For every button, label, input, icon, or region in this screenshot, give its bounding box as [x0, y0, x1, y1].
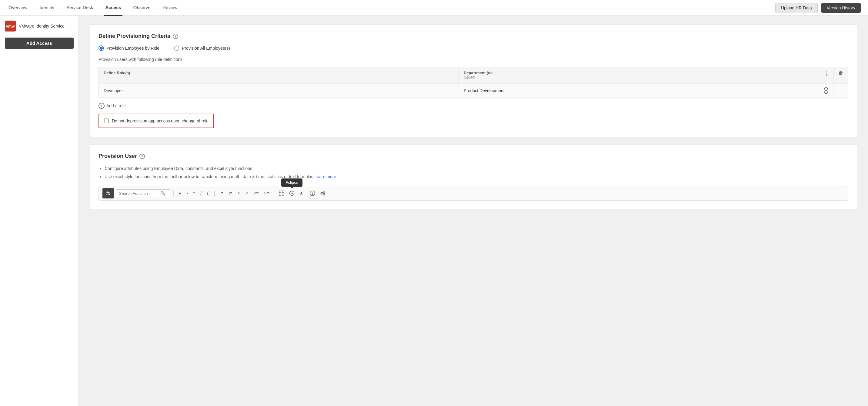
search-function-wrapper[interactable]: 🔍: [116, 189, 170, 197]
toolbar-divider-1: [173, 190, 174, 197]
deprovision-checkbox-row: Do not deprovision app access upon chang…: [98, 114, 214, 128]
eclipse-tooltip-container: Eclipse: [288, 189, 296, 197]
provision-user-bullets: Configure attributes using Employee Data…: [98, 165, 848, 180]
col-dept-title: Department (de…: [464, 71, 814, 75]
add-rule-row[interactable]: + Add a rule: [98, 103, 848, 109]
radio-provision-by-role[interactable]: Provision Employee by Role: [98, 45, 159, 51]
nav-observe[interactable]: Observe: [132, 0, 152, 16]
radio-all-label: Provision All Employee(s): [182, 46, 230, 51]
radio-group: Provision Employee by Role Provision All…: [98, 45, 848, 51]
version-history-button[interactable]: Version History: [821, 3, 861, 13]
svg-point-12: [323, 192, 324, 193]
search-icon: 🔍: [160, 191, 165, 196]
provision-user-help-icon[interactable]: ?: [140, 154, 145, 159]
nav-overview[interactable]: Overview: [7, 0, 29, 16]
toolbar-grid-icon[interactable]: [277, 189, 286, 197]
toolbar-info-icon[interactable]: [308, 189, 317, 197]
toolbar-equals[interactable]: =: [219, 190, 225, 197]
nav-identity[interactable]: Identity: [38, 0, 56, 16]
col-define-roles: Define Role(s): [99, 67, 459, 83]
upload-hr-button[interactable]: Upload HR Data: [775, 3, 818, 13]
eclipse-tooltip-bubble: Eclipse: [281, 179, 303, 187]
rule-table-header: Define Role(s) Department (de… Equals ⋮ …: [99, 67, 848, 83]
nav-access[interactable]: Access: [104, 0, 122, 16]
nav-actions: Upload HR Data Version History: [775, 3, 861, 13]
toolbar-clock-icon[interactable]: [288, 189, 296, 197]
add-rule-label: Add a rule: [106, 103, 126, 108]
cell-department: Product Development: [459, 84, 819, 98]
deprovision-checkbox-label: Do not deprovision app access upon chang…: [112, 119, 209, 123]
svg-rect-2: [279, 194, 281, 196]
add-circle-icon[interactable]: +: [824, 87, 828, 94]
toolbar-text-icon[interactable]: A: [298, 189, 306, 197]
define-provisioning-section: Define Provisioning Criteria ? Provision…: [90, 24, 857, 137]
svg-point-11: [321, 192, 323, 194]
provision-user-section: Provision User ? Configure attributes us…: [90, 144, 857, 209]
svg-rect-1: [282, 191, 284, 193]
fx-label: fx: [102, 188, 114, 198]
toolbar-divide[interactable]: /: [198, 190, 204, 197]
toolbar-multiply[interactable]: *: [191, 190, 197, 197]
vmware-logo: vmw: [5, 21, 16, 32]
toolbar-divider-2: [274, 190, 274, 197]
cell-add-circle[interactable]: +: [819, 84, 833, 98]
svg-rect-0: [279, 191, 281, 193]
main-content: Define Provisioning Criteria ? Provision…: [79, 16, 868, 406]
col-more-icon[interactable]: ⋮: [824, 71, 829, 77]
add-access-button[interactable]: Add Access: [5, 38, 74, 49]
define-provisioning-help-icon[interactable]: ?: [173, 34, 178, 39]
add-rule-icon: +: [98, 103, 104, 109]
search-function-input[interactable]: [119, 191, 158, 196]
toolbar-close-paren[interactable]: ): [212, 190, 217, 197]
svg-text:A: A: [300, 191, 303, 196]
nav-service-desk[interactable]: Service Desk: [65, 0, 94, 16]
radio-by-role-outer: [98, 45, 104, 51]
toolbar-not-equals[interactable]: !=: [227, 190, 234, 197]
cell-role: Developer: [99, 84, 459, 98]
sidebar-brand: vmw VMware Identity Service: [5, 21, 65, 32]
learn-more-link[interactable]: Learn more: [315, 174, 336, 179]
radio-all-outer: [174, 45, 179, 51]
bullet-1: Configure attributes using Employee Data…: [104, 165, 848, 172]
provision-user-title: Provision User ?: [98, 153, 848, 159]
bullet-2: Use excel-style functions from the toolb…: [104, 174, 848, 180]
formula-toolbar: fx 🔍 + - * / ( ) = != > < <= >=: [98, 186, 848, 200]
nav-items: Overview Identity Service Desk Access Ob…: [7, 0, 179, 16]
radio-by-role-label: Provision Employee by Role: [106, 46, 159, 51]
sidebar: vmw VMware Identity Service ⋮ Add Access: [0, 16, 79, 406]
layout: vmw VMware Identity Service ⋮ Add Access…: [0, 16, 868, 406]
toolbar-settings-icon[interactable]: [318, 189, 327, 197]
nav-review[interactable]: Review: [161, 0, 179, 16]
toolbar-minus[interactable]: -: [185, 190, 190, 197]
top-nav: Overview Identity Service Desk Access Ob…: [0, 0, 868, 16]
radio-provision-all[interactable]: Provision All Employee(s): [174, 45, 230, 51]
toolbar-less[interactable]: <: [244, 190, 250, 197]
col-delete-header: 🗑: [833, 67, 848, 83]
svg-rect-3: [282, 194, 284, 196]
col-more-actions: ⋮: [819, 67, 833, 83]
toolbar-greater-equals[interactable]: >=: [262, 190, 271, 197]
sidebar-brand-name: VMware Identity Service: [19, 24, 65, 29]
col-department: Department (de… Equals: [459, 67, 819, 83]
toolbar-less-equals[interactable]: <=: [252, 190, 260, 197]
svg-point-10: [312, 192, 313, 192]
svg-point-13: [323, 194, 324, 195]
sidebar-more-icon[interactable]: ⋮: [68, 23, 74, 29]
define-provisioning-title: Define Provisioning Criteria ?: [98, 33, 848, 39]
toolbar-greater[interactable]: >: [236, 190, 242, 197]
toolbar-open-paren[interactable]: (: [205, 190, 210, 197]
col-delete-icon[interactable]: 🗑: [838, 71, 843, 76]
rule-description: Provision users with following rule defi…: [98, 57, 848, 62]
cell-delete-row[interactable]: [833, 84, 848, 98]
toolbar-plus[interactable]: +: [177, 190, 183, 197]
table-row: Developer Product Development +: [99, 83, 848, 98]
deprovision-checkbox[interactable]: [104, 119, 109, 123]
rule-table: Define Role(s) Department (de… Equals ⋮ …: [98, 67, 848, 98]
col-dept-sub: Equals: [464, 75, 814, 80]
sidebar-header: vmw VMware Identity Service ⋮: [5, 21, 74, 32]
svg-line-6: [292, 193, 293, 194]
radio-by-role-inner: [100, 46, 103, 50]
